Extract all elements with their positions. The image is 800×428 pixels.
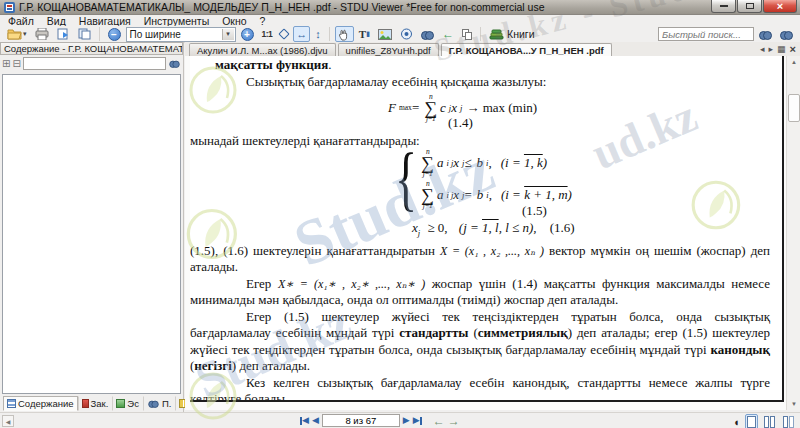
tab-close-icon[interactable]: × bbox=[790, 44, 796, 55]
text-select-button[interactable]: T ▮ bbox=[356, 26, 373, 42]
history-forward-button-status[interactable]: → bbox=[448, 415, 460, 427]
tab-scroll-right-icon[interactable]: ▸ bbox=[769, 45, 774, 54]
toolbar-separator bbox=[99, 27, 100, 41]
document-viewer[interactable]: мақсатты функция. Сызықтық бағдарламалау… bbox=[185, 56, 786, 410]
single-page-layout-button[interactable] bbox=[745, 414, 758, 428]
math-symbol: F bbox=[388, 100, 396, 117]
formula-label-1-6: (1.6) bbox=[550, 220, 575, 235]
doc-tab-koshanova[interactable]: Г.Р. КОЩАНОВА...У П_Н_НЕН .pdf bbox=[441, 43, 612, 56]
bold-text: симметриялық bbox=[478, 325, 568, 340]
hscroll-left-button[interactable]: ◀ bbox=[2, 415, 14, 427]
maximize-button[interactable] bbox=[737, 0, 762, 13]
prev-page-button[interactable]: ◀ bbox=[312, 416, 319, 425]
two-page-layout-button[interactable] bbox=[762, 414, 777, 428]
history-back-button[interactable]: ← bbox=[439, 26, 457, 42]
fit-page-button[interactable] bbox=[277, 26, 291, 42]
zoom-out-button[interactable]: − bbox=[105, 26, 124, 42]
contents-tree[interactable] bbox=[2, 74, 181, 394]
sidebar-tab-bookmarks[interactable]: Зак. bbox=[78, 396, 113, 411]
math-symbol: x bbox=[453, 155, 459, 172]
last-page-button[interactable]: ▶ bbox=[413, 416, 422, 425]
page-number-input[interactable] bbox=[322, 414, 400, 427]
snapshot-icon bbox=[400, 28, 413, 40]
constraint-system: { n ∑ j=1 ai j xj ≤ bi , (i = 1, k) bbox=[395, 149, 770, 209]
books-label: Книги bbox=[507, 28, 534, 40]
find-all-button[interactable] bbox=[777, 26, 796, 42]
doc-tab-unifiles[interactable]: unifiles_Z8YuHh.pdf bbox=[338, 43, 439, 56]
sidebar-search-input[interactable] bbox=[23, 57, 166, 70]
menu-tools[interactable]: Инструменты bbox=[144, 15, 209, 27]
menu-navigation[interactable]: Навигация bbox=[79, 15, 131, 27]
print-button[interactable] bbox=[32, 26, 52, 42]
math-condition: (i = 1, k) bbox=[501, 155, 547, 172]
find-all-binoculars-icon bbox=[780, 30, 793, 39]
sidebar-panel: Содержание - Г.Р. КОЩАНОВАМАТЕМАТИКАЛЫ_ … bbox=[0, 42, 184, 412]
folder-open-icon bbox=[7, 28, 22, 40]
summation: n ∑ j=1 bbox=[421, 149, 434, 177]
quick-search-input[interactable] bbox=[658, 27, 754, 41]
sidebar-tab-search[interactable]: П. bbox=[143, 396, 175, 411]
view-layout-controls: ◐ bbox=[734, 414, 796, 428]
history-back-button-status[interactable]: ← bbox=[433, 415, 445, 427]
hand-tool-button[interactable] bbox=[335, 26, 354, 42]
search-tab-icon bbox=[148, 400, 158, 407]
scrollbar-thumb[interactable] bbox=[788, 94, 800, 122]
menu-help[interactable]: ? bbox=[260, 15, 266, 27]
actual-size-button[interactable]: 1:1 bbox=[259, 26, 276, 42]
export-document-button[interactable] bbox=[75, 26, 94, 42]
sidebar-search-icon[interactable] bbox=[169, 60, 179, 67]
expand-all-icon[interactable]: ⊞ bbox=[2, 59, 10, 69]
printer-icon bbox=[35, 28, 49, 40]
scroll-up-button[interactable]: ▲ bbox=[788, 56, 800, 68]
math-relation: ≥ 0, bbox=[427, 220, 447, 235]
hand-icon bbox=[338, 28, 351, 41]
history-back-icon: ← bbox=[433, 414, 445, 428]
menu-file[interactable]: Файл bbox=[8, 15, 34, 27]
close-button[interactable]: × bbox=[763, 0, 797, 13]
find-next-button[interactable] bbox=[756, 26, 775, 42]
sidebar-tab-label: Зак. bbox=[91, 398, 109, 409]
menu-view[interactable]: Вид bbox=[47, 15, 66, 27]
math-symbol: , bbox=[489, 187, 492, 204]
open-file-button[interactable]: ▾ bbox=[4, 26, 30, 42]
bold-text: канондық bbox=[711, 342, 771, 357]
pdf-page: мақсатты функция. Сызықтық бағдарламалау… bbox=[190, 56, 784, 402]
document-tabbar: Акулич И.Л. М...ах (1986).djvu unifiles_… bbox=[185, 42, 800, 56]
export-page-icon bbox=[57, 28, 70, 40]
find-next-binoculars-icon bbox=[759, 30, 772, 39]
summation: n ∑ j=1 bbox=[421, 181, 434, 209]
sidebar-tab-export[interactable]: Эс bbox=[112, 396, 143, 411]
zoom-in-button[interactable]: + bbox=[238, 26, 257, 42]
export-page-button[interactable] bbox=[54, 26, 73, 42]
scroll-down-button[interactable]: ▼ bbox=[788, 398, 800, 410]
first-page-button[interactable]: ◀ bbox=[300, 416, 309, 425]
sum-lower: j=1 bbox=[423, 171, 432, 177]
text: ) деп аталады. bbox=[232, 358, 310, 373]
combo-dropdown-icon[interactable]: ▾ bbox=[222, 29, 234, 40]
copy-button[interactable] bbox=[459, 26, 475, 42]
open-dropdown-icon[interactable]: ▾ bbox=[23, 30, 27, 38]
snapshot-button[interactable] bbox=[397, 26, 416, 42]
fit-height-button[interactable]: ↕ bbox=[312, 26, 324, 42]
tab-list-icon[interactable]: ▦ bbox=[777, 45, 786, 54]
zoom-mode-select[interactable]: По ширине ▾ bbox=[126, 27, 236, 42]
search-button[interactable] bbox=[418, 26, 437, 42]
continuous-layout-button[interactable] bbox=[781, 414, 796, 428]
tab-controls: ◂ ▸ ▦ × bbox=[760, 44, 800, 56]
sidebar-tab-contents[interactable]: Содержание bbox=[3, 396, 78, 411]
formula-label-1-4: (1.4) bbox=[448, 115, 770, 132]
collapse-all-icon[interactable]: ⊟ bbox=[12, 59, 20, 69]
image-select-button[interactable] bbox=[375, 26, 395, 42]
next-page-button[interactable]: ▶ bbox=[403, 416, 410, 425]
invert-colors-icon[interactable]: ◐ bbox=[734, 417, 741, 428]
paragraph: Егер (1.5) шектеулер жүйесі тек теңсізді… bbox=[190, 309, 770, 375]
books-button[interactable]: Книги bbox=[486, 26, 537, 42]
menu-window[interactable]: Окно bbox=[222, 15, 246, 27]
vertical-scrollbar[interactable]: ▲ ▼ bbox=[786, 56, 800, 410]
tab-scroll-left-icon[interactable]: ◂ bbox=[760, 45, 765, 54]
minimize-button[interactable] bbox=[711, 0, 736, 13]
doc-tab-akulich[interactable]: Акулич И.Л. М...ах (1986).djvu bbox=[189, 43, 336, 56]
maximize-icon bbox=[746, 3, 754, 9]
fit-width-button[interactable]: ↔ bbox=[293, 26, 310, 42]
text-select-icon: T bbox=[359, 28, 366, 40]
